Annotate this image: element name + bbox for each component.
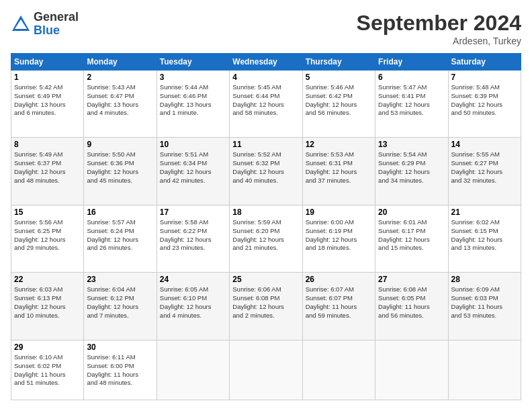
day-info: Sunrise: 5:56 AMSunset: 6:25 PMDaylight:… xyxy=(14,218,81,253)
day-number: 6 xyxy=(378,73,445,82)
calendar-cell: 24Sunrise: 6:05 AMSunset: 6:10 PMDayligh… xyxy=(157,273,229,340)
calendar-cell: 7Sunrise: 5:48 AMSunset: 6:39 PMDaylight… xyxy=(448,71,521,138)
day-number: 18 xyxy=(232,208,299,217)
calendar-cell: 20Sunrise: 6:01 AMSunset: 6:17 PMDayligh… xyxy=(375,205,448,272)
day-number: 13 xyxy=(378,140,445,149)
calendar-cell: 25Sunrise: 6:06 AMSunset: 6:08 PMDayligh… xyxy=(230,273,302,340)
calendar-cell: 23Sunrise: 6:04 AMSunset: 6:12 PMDayligh… xyxy=(84,273,157,340)
day-number: 30 xyxy=(87,342,153,352)
day-number: 24 xyxy=(160,275,226,284)
calendar-cell: 27Sunrise: 6:08 AMSunset: 6:05 PMDayligh… xyxy=(375,273,448,340)
day-number: 25 xyxy=(232,275,299,284)
calendar-cell: 21Sunrise: 6:02 AMSunset: 6:15 PMDayligh… xyxy=(448,205,521,272)
header: General Blue September 2024 Ardesen, Tur… xyxy=(11,11,521,46)
logo-general-text: General xyxy=(34,11,79,24)
day-number: 17 xyxy=(160,208,226,217)
day-info: Sunrise: 6:02 AMSunset: 6:15 PMDaylight:… xyxy=(451,218,518,253)
day-info: Sunrise: 5:57 AMSunset: 6:24 PMDaylight:… xyxy=(87,218,153,253)
day-of-week-sunday: Sunday xyxy=(11,54,84,71)
page: General Blue September 2024 Ardesen, Tur… xyxy=(0,0,532,411)
day-info: Sunrise: 5:44 AMSunset: 6:46 PMDaylight:… xyxy=(160,83,226,118)
day-info: Sunrise: 5:52 AMSunset: 6:32 PMDaylight:… xyxy=(232,150,299,185)
day-of-week-tuesday: Tuesday xyxy=(157,54,229,71)
day-info: Sunrise: 5:46 AMSunset: 6:42 PMDaylight:… xyxy=(306,83,372,118)
calendar-week-row: 1Sunrise: 5:42 AMSunset: 6:49 PMDaylight… xyxy=(11,71,521,138)
day-of-week-friday: Friday xyxy=(375,54,448,71)
calendar-cell xyxy=(157,340,229,400)
calendar-week-row: 22Sunrise: 6:03 AMSunset: 6:13 PMDayligh… xyxy=(11,273,521,340)
calendar-cell: 14Sunrise: 5:55 AMSunset: 6:27 PMDayligh… xyxy=(448,138,521,205)
calendar-cell: 30Sunrise: 6:11 AMSunset: 6:00 PMDayligh… xyxy=(84,340,157,400)
calendar-week-row: 8Sunrise: 5:49 AMSunset: 6:37 PMDaylight… xyxy=(11,138,521,205)
day-number: 2 xyxy=(87,73,153,82)
calendar-cell: 12Sunrise: 5:53 AMSunset: 6:31 PMDayligh… xyxy=(302,138,375,205)
day-number: 11 xyxy=(232,140,299,149)
day-info: Sunrise: 6:06 AMSunset: 6:08 PMDaylight:… xyxy=(232,285,299,320)
calendar-cell xyxy=(230,340,302,400)
day-info: Sunrise: 5:49 AMSunset: 6:37 PMDaylight:… xyxy=(14,150,81,185)
day-info: Sunrise: 5:58 AMSunset: 6:22 PMDaylight:… xyxy=(160,218,226,253)
day-info: Sunrise: 6:05 AMSunset: 6:10 PMDaylight:… xyxy=(160,285,226,320)
day-info: Sunrise: 6:09 AMSunset: 6:03 PMDaylight:… xyxy=(451,285,518,320)
calendar-cell xyxy=(448,340,521,400)
location: Ardesen, Turkey xyxy=(357,36,521,46)
calendar-cell xyxy=(375,340,448,400)
day-number: 7 xyxy=(451,73,518,82)
day-info: Sunrise: 5:42 AMSunset: 6:49 PMDaylight:… xyxy=(14,83,81,118)
calendar-cell: 19Sunrise: 6:00 AMSunset: 6:19 PMDayligh… xyxy=(302,205,375,272)
calendar-cell: 15Sunrise: 5:56 AMSunset: 6:25 PMDayligh… xyxy=(11,205,84,272)
calendar-week-row: 15Sunrise: 5:56 AMSunset: 6:25 PMDayligh… xyxy=(11,205,521,272)
calendar-cell: 22Sunrise: 6:03 AMSunset: 6:13 PMDayligh… xyxy=(11,273,84,340)
day-number: 4 xyxy=(232,73,299,82)
day-info: Sunrise: 5:59 AMSunset: 6:20 PMDaylight:… xyxy=(232,218,299,253)
calendar-cell: 1Sunrise: 5:42 AMSunset: 6:49 PMDaylight… xyxy=(11,71,84,138)
day-info: Sunrise: 5:43 AMSunset: 6:47 PMDaylight:… xyxy=(87,83,153,118)
day-number: 26 xyxy=(306,275,372,284)
logo-icon xyxy=(11,14,31,34)
calendar-cell: 26Sunrise: 6:07 AMSunset: 6:07 PMDayligh… xyxy=(302,273,375,340)
calendar-cell: 8Sunrise: 5:49 AMSunset: 6:37 PMDaylight… xyxy=(11,138,84,205)
day-number: 14 xyxy=(451,140,518,149)
logo-text: General Blue xyxy=(34,11,79,38)
calendar-cell: 28Sunrise: 6:09 AMSunset: 6:03 PMDayligh… xyxy=(448,273,521,340)
day-number: 29 xyxy=(14,342,81,352)
day-info: Sunrise: 5:48 AMSunset: 6:39 PMDaylight:… xyxy=(451,83,518,118)
calendar-week-row: 29Sunrise: 6:10 AMSunset: 6:02 PMDayligh… xyxy=(11,340,521,400)
day-info: Sunrise: 5:55 AMSunset: 6:27 PMDaylight:… xyxy=(451,150,518,185)
day-number: 3 xyxy=(160,73,226,82)
day-number: 28 xyxy=(451,275,518,284)
day-info: Sunrise: 5:51 AMSunset: 6:34 PMDaylight:… xyxy=(160,150,226,185)
day-info: Sunrise: 5:53 AMSunset: 6:31 PMDaylight:… xyxy=(306,150,372,185)
day-number: 9 xyxy=(87,140,153,149)
day-info: Sunrise: 5:54 AMSunset: 6:29 PMDaylight:… xyxy=(378,150,445,185)
calendar-cell: 5Sunrise: 5:46 AMSunset: 6:42 PMDaylight… xyxy=(302,71,375,138)
day-info: Sunrise: 5:50 AMSunset: 6:36 PMDaylight:… xyxy=(87,150,153,185)
day-info: Sunrise: 6:00 AMSunset: 6:19 PMDaylight:… xyxy=(306,218,372,253)
day-info: Sunrise: 5:47 AMSunset: 6:41 PMDaylight:… xyxy=(378,83,445,118)
calendar-cell: 3Sunrise: 5:44 AMSunset: 6:46 PMDaylight… xyxy=(157,71,229,138)
calendar-cell: 13Sunrise: 5:54 AMSunset: 6:29 PMDayligh… xyxy=(375,138,448,205)
day-number: 8 xyxy=(14,140,81,149)
day-number: 21 xyxy=(451,208,518,217)
day-info: Sunrise: 5:45 AMSunset: 6:44 PMDaylight:… xyxy=(232,83,299,118)
month-title: September 2024 xyxy=(357,11,521,36)
logo-blue-text: Blue xyxy=(34,24,79,38)
day-info: Sunrise: 6:07 AMSunset: 6:07 PMDaylight:… xyxy=(306,285,372,320)
day-of-week-wednesday: Wednesday xyxy=(230,54,302,71)
calendar-cell: 18Sunrise: 5:59 AMSunset: 6:20 PMDayligh… xyxy=(230,205,302,272)
day-number: 10 xyxy=(160,140,226,149)
calendar-cell: 17Sunrise: 5:58 AMSunset: 6:22 PMDayligh… xyxy=(157,205,229,272)
calendar-cell: 29Sunrise: 6:10 AMSunset: 6:02 PMDayligh… xyxy=(11,340,84,400)
day-of-week-thursday: Thursday xyxy=(302,54,375,71)
logo: General Blue xyxy=(11,11,79,38)
day-info: Sunrise: 6:04 AMSunset: 6:12 PMDaylight:… xyxy=(87,285,153,320)
day-number: 20 xyxy=(378,208,445,217)
calendar-cell: 16Sunrise: 5:57 AMSunset: 6:24 PMDayligh… xyxy=(84,205,157,272)
calendar-cell: 2Sunrise: 5:43 AMSunset: 6:47 PMDaylight… xyxy=(84,71,157,138)
day-number: 19 xyxy=(306,208,372,217)
day-number: 15 xyxy=(14,208,81,217)
day-number: 23 xyxy=(87,275,153,284)
day-number: 22 xyxy=(14,275,81,284)
day-of-week-saturday: Saturday xyxy=(448,54,521,71)
calendar-cell: 11Sunrise: 5:52 AMSunset: 6:32 PMDayligh… xyxy=(230,138,302,205)
